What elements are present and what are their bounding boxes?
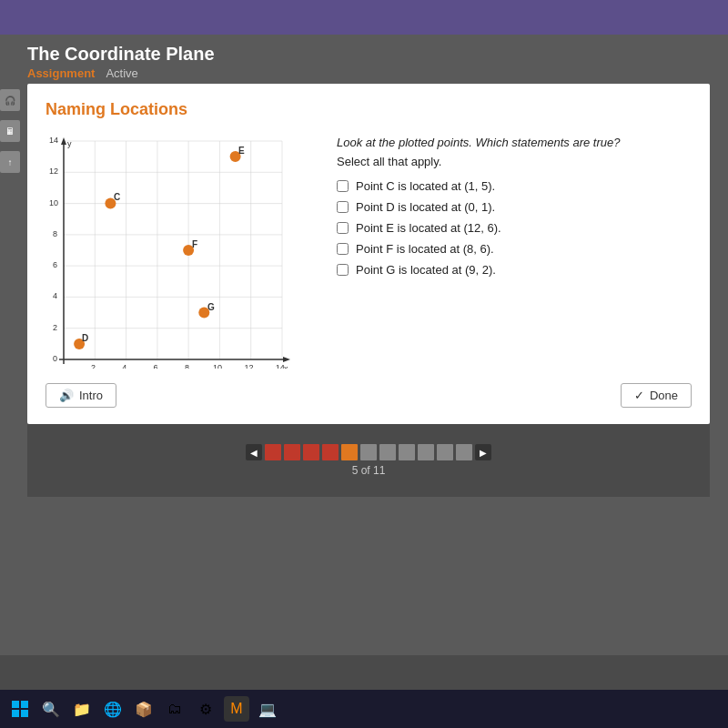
svg-text:12: 12 — [244, 363, 253, 369]
svg-text:F: F — [192, 239, 197, 249]
checkbox-3[interactable] — [337, 222, 349, 234]
svg-text:6: 6 — [53, 260, 57, 269]
svg-text:14: 14 — [276, 363, 285, 369]
checkbox-label-1[interactable]: Point C is located at (1, 5). — [356, 179, 495, 193]
nav-dot-3[interactable] — [303, 444, 319, 460]
checkbox-2[interactable] — [337, 201, 349, 213]
intro-button-label: Intro — [79, 389, 103, 402]
headphone-icon[interactable]: 🎧 — [0, 89, 20, 111]
x-axis-label: x — [284, 364, 288, 369]
nav-dot-6[interactable] — [360, 444, 377, 460]
nav-dot-5[interactable] — [341, 444, 358, 460]
nav-dots: ◀ ▶ — [246, 444, 491, 460]
checkbox-label-4[interactable]: Point F is located at (8, 6). — [356, 242, 494, 256]
app-icon-1[interactable]: M — [224, 696, 249, 722]
svg-rect-42 — [12, 710, 19, 717]
checkbox-label-5[interactable]: Point G is located at (9, 2). — [356, 263, 496, 277]
svg-text:4: 4 — [53, 291, 57, 300]
page-title: The Coordinate Plane — [27, 44, 710, 65]
coordinate-graph: .grid { stroke: #ccc; stroke-width: 0.5;… — [46, 132, 300, 369]
nav-dot-8[interactable] — [399, 444, 415, 460]
search-taskbar-icon[interactable]: 🔍 — [38, 696, 64, 722]
svg-rect-41 — [21, 701, 28, 708]
active-label: Active — [106, 66, 137, 80]
nav-next-button[interactable]: ▶ — [475, 444, 491, 460]
svg-text:10: 10 — [49, 198, 58, 207]
svg-rect-43 — [21, 710, 28, 717]
title-section: The Coordinate Plane Assignment Active — [27, 35, 710, 84]
nav-dot-9[interactable] — [418, 444, 434, 460]
windows-start-button[interactable] — [7, 696, 33, 722]
svg-text:4: 4 — [122, 363, 126, 369]
nav-count: 5 of 11 — [352, 464, 386, 477]
checkbox-label-2[interactable]: Point D is located at (0, 1). — [356, 200, 495, 214]
checkbox-4[interactable] — [337, 243, 349, 255]
checkbox-item-4: Point F is located at (8, 6). — [337, 242, 692, 256]
store-icon[interactable]: 📦 — [131, 696, 157, 722]
nav-dot-11[interactable] — [456, 444, 472, 460]
svg-text:G: G — [207, 302, 215, 312]
arrow-icon[interactable]: ↑ — [0, 151, 20, 173]
calculator-icon[interactable]: 🖩 — [0, 120, 20, 142]
svg-text:D: D — [82, 333, 88, 343]
card-footer: 🔊 Intro ✓ Done — [46, 383, 692, 408]
graph-panel: .grid { stroke: #ccc; stroke-width: 0.5;… — [46, 132, 309, 369]
svg-text:6: 6 — [154, 363, 158, 369]
checkbox-1[interactable] — [337, 180, 349, 192]
svg-text:2: 2 — [53, 323, 57, 332]
graph-container: .grid { stroke: #ccc; stroke-width: 0.5;… — [46, 132, 300, 369]
question-line2: Select all that apply. — [337, 155, 692, 168]
browser-icon[interactable]: 🌐 — [100, 696, 126, 722]
svg-text:8: 8 — [53, 229, 57, 238]
bottom-nav: ◀ ▶ 5 of 11 — [27, 424, 710, 497]
screen-content: The Coordinate Plane Assignment Active N… — [0, 35, 728, 655]
nav-dot-7[interactable] — [379, 444, 396, 460]
file-explorer-icon[interactable]: 📁 — [69, 696, 95, 722]
files-icon[interactable]: 🗂 — [162, 696, 187, 722]
svg-marker-19 — [283, 357, 290, 362]
checkbox-item-1: Point C is located at (1, 5). — [337, 179, 692, 193]
taskbar: 🔍 📁 🌐 📦 🗂 ⚙ M 💻 — [0, 690, 728, 728]
question-line1: Look at the plotted points. Which statem… — [337, 136, 692, 149]
nav-dot-4[interactable] — [322, 444, 339, 460]
svg-text:14: 14 — [49, 136, 58, 145]
settings-icon[interactable]: ⚙ — [193, 696, 218, 722]
question-panel: Look at the plotted points. Which statem… — [337, 132, 692, 284]
app-icon-2[interactable]: 💻 — [255, 696, 280, 722]
checkbox-item-2: Point D is located at (0, 1). — [337, 200, 692, 214]
nav-prev-button[interactable]: ◀ — [246, 444, 262, 460]
checkbox-item-5: Point G is located at (9, 2). — [337, 263, 692, 277]
svg-rect-40 — [12, 701, 19, 708]
intro-button[interactable]: 🔊 Intro — [46, 383, 116, 408]
done-button[interactable]: ✓ Done — [621, 383, 692, 408]
svg-text:12: 12 — [49, 167, 58, 176]
svg-text:8: 8 — [185, 363, 189, 369]
checkbox-item-3: Point E is located at (12, 6). — [337, 221, 692, 235]
content-body: .grid { stroke: #ccc; stroke-width: 0.5;… — [46, 132, 692, 369]
speaker-icon: 🔊 — [59, 389, 74, 402]
svg-text:0: 0 — [53, 354, 57, 363]
nav-dot-1[interactable] — [265, 444, 281, 460]
svg-text:2: 2 — [91, 363, 96, 369]
svg-text:C: C — [114, 192, 120, 202]
checkbox-list: Point C is located at (1, 5). Point D is… — [337, 179, 692, 277]
content-card: Naming Locations .grid { stroke: #ccc; s… — [27, 84, 710, 424]
nav-dot-10[interactable] — [437, 444, 453, 460]
checkbox-label-3[interactable]: Point E is located at (12, 6). — [356, 221, 501, 235]
y-axis-label: y — [67, 139, 72, 148]
top-bar — [0, 0, 728, 35]
nav-dot-2[interactable] — [284, 444, 300, 460]
checkmark-icon: ✓ — [634, 389, 644, 402]
svg-text:10: 10 — [213, 363, 222, 369]
checkbox-5[interactable] — [337, 264, 349, 276]
assignment-label: Assignment — [27, 66, 95, 80]
done-button-label: Done — [650, 389, 678, 402]
svg-text:E: E — [238, 146, 245, 156]
side-toolbar: 🎧 🖩 ↑ — [0, 35, 20, 173]
section-title: Naming Locations — [46, 100, 692, 119]
